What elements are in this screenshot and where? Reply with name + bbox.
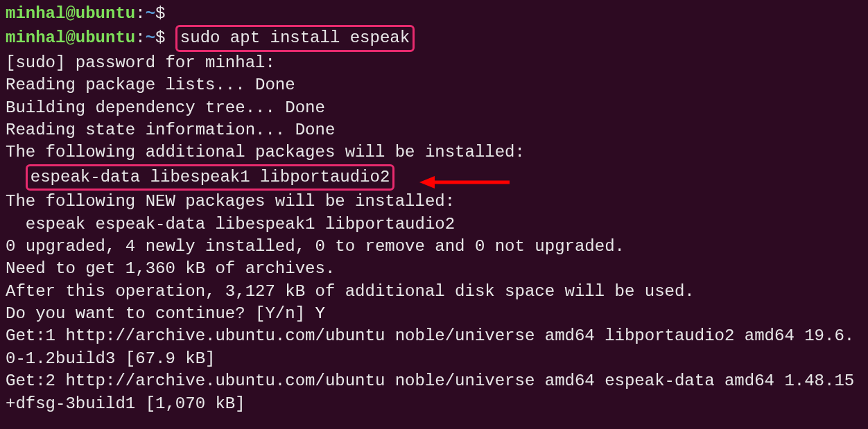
output-line: espeak espeak-data libespeak1 libportaud… (6, 213, 862, 236)
output-line: The following additional packages will b… (6, 141, 862, 164)
prompt-user: minhal@ubuntu (6, 28, 135, 47)
prompt-path: ~ (146, 4, 155, 23)
prompt-colon: : (135, 4, 145, 23)
output-line: Need to get 1,360 kB of archives. (6, 258, 862, 280)
prompt-confirm-line: Do you want to continue? [Y/n] Y (6, 303, 862, 325)
user-input-yes: Y (315, 304, 324, 323)
output-line: [sudo] password for minhal: (6, 52, 862, 74)
prompt-path: ~ (146, 28, 155, 47)
output-line: Building dependency tree... Done (6, 97, 862, 119)
output-line: espeak-data libespeak1 libportaudio2 (6, 164, 862, 191)
command-highlight-box: sudo apt install espeak (175, 25, 415, 51)
prompt-user: minhal@ubuntu (6, 4, 135, 23)
output-line: 0 upgraded, 4 newly installed, 0 to remo… (6, 236, 862, 258)
confirm-prompt-text: Do you want to continue? [Y/n] (6, 304, 315, 323)
output-line: The following NEW packages will be insta… (6, 191, 862, 213)
output-line: Reading state information... Done (6, 119, 862, 141)
prompt-colon: : (135, 28, 145, 47)
additional-packages-highlight-box: espeak-data libespeak1 libportaudio2 (26, 164, 394, 191)
prompt-dollar: $ (155, 4, 165, 23)
output-line: After this operation, 3,127 kB of additi… (6, 281, 862, 303)
prompt-line-1[interactable]: minhal@ubuntu:~$ (6, 3, 862, 25)
output-line: Reading package lists... Done (6, 74, 862, 96)
prompt-line-2[interactable]: minhal@ubuntu:~$ sudo apt install espeak (6, 25, 862, 51)
output-line: Get:1 http://archive.ubuntu.com/ubuntu n… (6, 325, 862, 370)
prompt-dollar: $ (155, 28, 165, 47)
output-line: Get:2 http://archive.ubuntu.com/ubuntu n… (6, 370, 862, 415)
